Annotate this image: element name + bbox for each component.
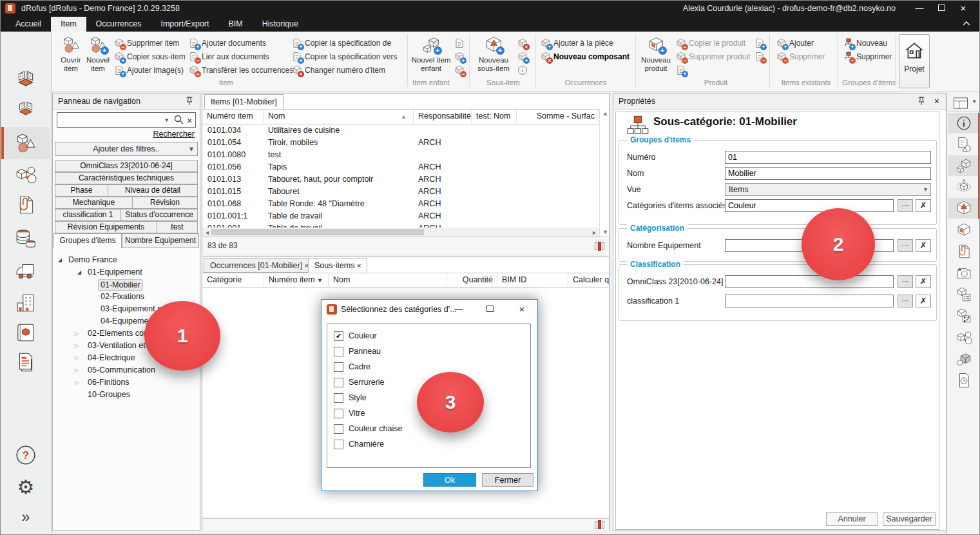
changer-numero-item-button[interactable]: × Changer numéro d'item (292, 64, 385, 77)
search-dropdown-icon[interactable]: ▾ (161, 117, 173, 123)
checkbox[interactable] (334, 362, 343, 372)
tree-item-10-groupes[interactable]: 10-Groupes (53, 389, 198, 401)
clear-classification1-button[interactable]: ✗ (916, 295, 931, 307)
nouveau-composant-button[interactable]: × Nouveau composant (541, 50, 629, 63)
logistics-module-icon[interactable] (15, 260, 37, 282)
documents-module-icon[interactable] (15, 194, 37, 216)
filter-caracteristiques[interactable]: Caractéristiques techniques (55, 172, 198, 184)
horizontal-scrollbar[interactable]: ◄ ► (202, 228, 599, 237)
checkbox[interactable] (334, 393, 343, 403)
settings-button[interactable]: ⚙ (15, 476, 37, 498)
collapse-ribbon-icon[interactable] (961, 19, 972, 29)
nom-field[interactable] (725, 167, 931, 180)
option-charniere[interactable]: Charnière (327, 438, 530, 451)
filter-phase[interactable]: Phase (55, 184, 108, 197)
info-tool-icon[interactable] (956, 115, 972, 131)
scrollbar-thumb[interactable] (211, 229, 424, 235)
vertical-scrollbar[interactable]: ▲ ▼ (599, 109, 610, 237)
tree-expander-icon[interactable]: ▷ (75, 340, 79, 352)
items-tool-icon[interactable] (956, 157, 972, 174)
filter-mechanique[interactable]: Mechanique (55, 197, 133, 209)
scroll-up-icon[interactable]: ▲ (602, 110, 608, 117)
fermer-button[interactable]: Fermer (482, 473, 533, 487)
minimize-button[interactable]: — (910, 1, 929, 17)
pin-icon[interactable] (184, 96, 195, 106)
numero-field[interactable] (725, 151, 931, 164)
help-button[interactable]: ? (15, 444, 37, 466)
vue-select[interactable]: Items▾ (725, 183, 931, 196)
annuler-button[interactable]: Annuler (826, 512, 878, 526)
dialog-minimize-button[interactable]: — (448, 300, 470, 319)
browse-omniclass-button[interactable]: ··· (898, 275, 913, 288)
tree-expander-icon[interactable]: ▷ (75, 364, 79, 376)
copier-produit-button[interactable]: − Copier le produit (676, 37, 745, 50)
tab-import-export[interactable]: Import/Export (151, 17, 218, 32)
product-extra-button[interactable]: + (676, 64, 689, 77)
history-tool-icon[interactable] (956, 372, 972, 389)
tree-item-06-finitions[interactable]: ▷ 06-Finitions (53, 376, 198, 389)
filter-test[interactable]: test (157, 221, 198, 233)
tree-expander-icon[interactable]: ◢ (58, 254, 62, 266)
ajouter-a-la-piece-button[interactable]: + Ajouter à la pièce (541, 37, 613, 50)
child-item-copy-button[interactable]: − (454, 64, 467, 77)
browse-classification1-button[interactable]: ··· (898, 295, 913, 307)
tree-expander-icon[interactable]: ▷ (75, 352, 79, 364)
subitem-delete-button[interactable]: × (517, 37, 530, 50)
building-module-icon[interactable] (15, 292, 37, 314)
filter-status-occurrence[interactable]: Status d'occurrence (120, 209, 198, 221)
tree-expander-icon[interactable]: ▷ (75, 376, 79, 389)
checkbox[interactable] (334, 424, 343, 434)
supprimer-produit-button[interactable]: − Supprimer produit (676, 50, 750, 63)
ok-button[interactable]: Ok (423, 473, 476, 487)
close-button[interactable]: × (954, 1, 973, 17)
col-calculer[interactable]: Calculer q (568, 273, 609, 287)
subitem-info-button[interactable] (517, 64, 530, 77)
col-numero-item[interactable]: Numéro item (202, 110, 264, 123)
nav-tab-nombre-equipement[interactable]: Nombre Equipement (122, 233, 199, 248)
spec-document-tool-icon[interactable] (956, 136, 972, 153)
dialog-close-button[interactable]: × (511, 300, 533, 319)
ouvrir-item-button[interactable]: Ouvrir item (56, 34, 86, 77)
product-tool-icon[interactable] (956, 222, 972, 238)
product-doc-add-button[interactable]: + (754, 37, 767, 50)
projet-button[interactable]: Projet (899, 34, 930, 88)
checkbox[interactable] (334, 440, 343, 449)
table-row[interactable]: 0101.013Tabouret, haut, pour comptoirARC… (202, 173, 609, 186)
documents-tool-icon[interactable] (956, 243, 972, 260)
search-input[interactable] (57, 113, 161, 126)
transferer-occurrences-button[interactable]: − Transférer les occurrences (189, 64, 293, 77)
rooms-module-icon[interactable] (15, 69, 37, 91)
nouvel-item-enfant-button[interactable]: + Nouvel item enfant (410, 34, 452, 77)
categories-associes-field[interactable] (725, 199, 894, 212)
groupe-supprimer-button[interactable]: − Supprimer (843, 50, 892, 63)
ajouter-documents-button[interactable]: + Ajouter documents (189, 37, 266, 50)
clear-omniclass-button[interactable]: ✗ (916, 275, 931, 288)
tab-bim[interactable]: BIM (219, 17, 253, 32)
pin-icon[interactable] (916, 96, 927, 106)
items-existants-supprimer-button[interactable]: − Supprimer (776, 50, 825, 63)
browse-categories-button[interactable]: ··· (898, 199, 913, 212)
filter-revision[interactable]: Révision (132, 197, 198, 209)
filter-revision-equipements[interactable]: Révision Equipements (55, 221, 157, 233)
tree-item-01-mobilier[interactable]: 01-Mobilier (53, 278, 198, 291)
search-icon[interactable] (173, 114, 184, 126)
clear-categories-button[interactable]: ✗ (916, 199, 931, 212)
table-row[interactable]: 0101.0080test (202, 149, 609, 161)
product-doc-remove-button[interactable]: − (754, 50, 767, 63)
occurrences-tab[interactable]: Occurrences [01-Mobilier] × (204, 258, 315, 273)
option-panneau[interactable]: Panneau (327, 345, 530, 358)
table-row[interactable]: 0101.001:1Table de travailARCH (202, 210, 609, 222)
groupe-nouveau-button[interactable]: + Nouveau (843, 37, 887, 50)
lier-documents-button[interactable]: − Lier aux documents (189, 50, 269, 63)
sous-items-tab[interactable]: Sous-items × (308, 258, 367, 273)
panel-toggle-icon[interactable] (595, 242, 605, 251)
reports-module-icon[interactable] (15, 351, 37, 373)
table-row[interactable]: 0101.054Tiroir, mobilesARCH (202, 137, 609, 149)
scroll-down-icon[interactable]: ▼ (602, 229, 608, 235)
col-nom[interactable]: Nom (264, 110, 414, 123)
col-quantite[interactable]: Quantité (447, 273, 497, 287)
option-cadre[interactable]: Cadre (327, 360, 530, 373)
close-tab-icon[interactable]: × (357, 262, 361, 269)
filter-classification-1[interactable]: classification 1 (55, 209, 121, 221)
nouveau-sous-item-button[interactable]: + Nouveau sous-item (472, 34, 515, 77)
